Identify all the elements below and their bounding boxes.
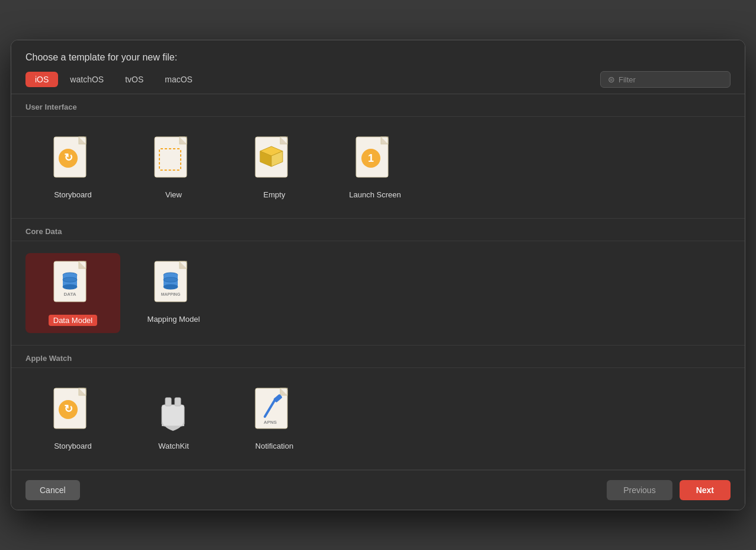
storyboard-icon: ↻ xyxy=(49,136,97,183)
dialog-header: Choose a template for your new file: iOS… xyxy=(11,40,745,94)
svg-point-22 xyxy=(63,277,77,282)
watchkit-icon xyxy=(150,387,197,434)
item-watchkit[interactable]: WatchKit xyxy=(126,380,221,458)
notification-label: Notification xyxy=(255,442,293,450)
storyboard-watch-icon: ↻ xyxy=(49,387,97,434)
tab-bar: iOS watchOS tvOS macOS xyxy=(25,72,202,87)
tab-watchos[interactable]: watchOS xyxy=(60,72,113,87)
svg-point-29 xyxy=(164,277,178,282)
notification-icon: APNS xyxy=(251,387,298,434)
mapping-model-icon: MAPPING xyxy=(150,260,197,308)
section-header-apple-watch: Apple Watch xyxy=(11,346,745,368)
view-icon xyxy=(150,136,197,183)
item-mapping-model[interactable]: MAPPING Mapping Model xyxy=(126,253,221,333)
empty-label: Empty xyxy=(264,190,286,199)
apple-watch-grid: ↻ Storyboard WatchKit xyxy=(11,368,745,470)
user-interface-grid: ↻ Storyboard View xyxy=(11,117,745,219)
empty-icon xyxy=(251,136,298,183)
item-empty[interactable]: Empty xyxy=(227,129,322,206)
dialog-body: User Interface ↻ Storyboard xyxy=(11,94,745,470)
section-header-core-data: Core Data xyxy=(11,219,745,241)
storyboard-watch-label: Storyboard xyxy=(54,442,92,450)
item-notification[interactable]: APNS Notification xyxy=(227,380,322,458)
svg-text:APNS: APNS xyxy=(264,420,277,425)
svg-text:↻: ↻ xyxy=(64,403,73,415)
view-label: View xyxy=(165,190,182,199)
filter-input[interactable] xyxy=(619,75,723,84)
item-storyboard-watch[interactable]: ↻ Storyboard xyxy=(25,380,120,458)
launch-screen-label: Launch Screen xyxy=(349,190,401,199)
data-model-icon: DATA xyxy=(49,260,97,308)
item-launch-screen[interactable]: 1 Launch Screen xyxy=(328,129,422,206)
template-dialog: Choose a template for your new file: iOS… xyxy=(11,40,745,510)
dialog-title: Choose a template for your new file: xyxy=(25,52,731,63)
tabs-and-filter: iOS watchOS tvOS macOS ⊜ xyxy=(25,71,731,88)
item-data-model[interactable]: DATA Data Model xyxy=(25,253,120,333)
mapping-model-label: Mapping Model xyxy=(148,315,200,324)
cancel-button[interactable]: Cancel xyxy=(25,480,80,500)
section-header-user-interface: User Interface xyxy=(11,94,745,117)
tab-macos[interactable]: macOS xyxy=(155,72,202,87)
filter-icon: ⊜ xyxy=(608,75,615,84)
tab-tvos[interactable]: tvOS xyxy=(116,72,153,87)
svg-text:↻: ↻ xyxy=(64,152,73,164)
core-data-grid: DATA Data Model xyxy=(11,241,745,346)
storyboard-label: Storyboard xyxy=(54,190,92,199)
watchkit-label: WatchKit xyxy=(158,442,189,450)
tab-ios[interactable]: iOS xyxy=(25,72,58,87)
svg-rect-36 xyxy=(175,398,181,406)
svg-text:DATA: DATA xyxy=(63,292,76,297)
launch-screen-icon: 1 xyxy=(351,136,399,183)
previous-button[interactable]: Previous xyxy=(607,480,672,500)
dialog-footer: Cancel Previous Next xyxy=(11,470,745,510)
svg-text:MAPPING: MAPPING xyxy=(161,292,181,296)
svg-rect-34 xyxy=(162,405,184,426)
svg-text:1: 1 xyxy=(368,152,374,164)
item-view[interactable]: View xyxy=(126,129,221,206)
filter-box[interactable]: ⊜ xyxy=(600,71,731,88)
svg-rect-35 xyxy=(165,398,171,406)
svg-point-21 xyxy=(63,284,77,289)
item-storyboard[interactable]: ↻ Storyboard xyxy=(25,129,120,206)
svg-point-28 xyxy=(164,284,178,289)
next-button[interactable]: Next xyxy=(680,480,731,500)
data-model-label: Data Model xyxy=(49,315,97,326)
footer-right: Previous Next xyxy=(607,480,731,500)
